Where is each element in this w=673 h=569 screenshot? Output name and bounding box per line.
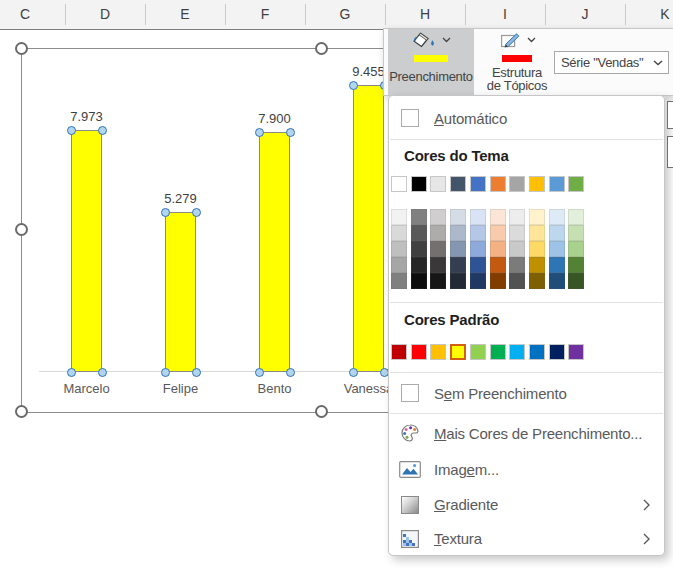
column-header-E[interactable]: E [145,0,225,28]
theme-color-swatch[interactable] [490,176,506,192]
bar-selection-handle[interactable] [67,126,76,135]
chart-frame-handle[interactable] [315,405,328,418]
theme-variant-swatch[interactable] [509,209,525,225]
theme-variant-swatch[interactable] [529,225,545,241]
theme-variant-swatch[interactable] [549,209,565,225]
theme-variant-swatch[interactable] [391,241,407,257]
theme-color-swatch[interactable] [450,176,466,192]
bar-selection-handle[interactable] [192,208,201,217]
menu-item-image[interactable]: Imagem... [389,451,664,487]
theme-variant-swatch[interactable] [509,273,525,289]
standard-color-swatch[interactable] [430,344,446,360]
menu-item-gradient[interactable]: Gradiente [389,487,664,522]
menu-item-more-colors[interactable]: Mais Cores de Preenchimento... [389,415,664,451]
theme-variant-swatch[interactable] [470,209,486,225]
theme-variant-swatch[interactable] [391,225,407,241]
theme-variant-swatch[interactable] [490,225,506,241]
column-header-D[interactable]: D [65,0,145,28]
bar-selection-handle[interactable] [98,126,107,135]
theme-variant-swatch[interactable] [529,209,545,225]
theme-variant-swatch[interactable] [568,257,584,273]
theme-variant-swatch[interactable] [450,209,466,225]
theme-color-swatch[interactable] [411,176,427,192]
bar-bento[interactable] [259,132,290,372]
theme-variant-swatch[interactable] [490,209,506,225]
bar-selection-handle[interactable] [98,368,107,377]
theme-variant-swatch[interactable] [568,241,584,257]
theme-variant-swatch[interactable] [430,241,446,257]
bar-selection-handle[interactable] [255,128,264,137]
menu-item-automatic[interactable]: Automático [389,99,664,138]
theme-variant-swatch[interactable] [430,225,446,241]
theme-variant-swatch[interactable] [509,241,525,257]
menu-item-no-fill[interactable]: Sem Preenchimento [389,374,664,412]
standard-color-swatch[interactable] [391,344,407,360]
theme-variant-swatch[interactable] [411,257,427,273]
theme-variant-swatch[interactable] [470,225,486,241]
standard-color-swatch[interactable] [549,344,565,360]
theme-variant-swatch[interactable] [411,273,427,289]
theme-color-swatch[interactable] [509,176,525,192]
theme-variant-swatch[interactable] [430,209,446,225]
outline-color-button[interactable]: Estrutura de Tópicos [480,29,554,95]
theme-variant-swatch[interactable] [529,257,545,273]
theme-variant-swatch[interactable] [450,273,466,289]
standard-color-swatch[interactable] [470,344,486,360]
theme-variant-swatch[interactable] [411,241,427,257]
column-header-I[interactable]: I [465,0,545,28]
standard-color-swatch[interactable] [411,344,427,360]
theme-variant-swatch[interactable] [450,241,466,257]
theme-variant-swatch[interactable] [391,209,407,225]
bar-selection-handle[interactable] [192,368,201,377]
theme-variant-swatch[interactable] [529,273,545,289]
standard-color-swatch[interactable] [450,344,466,360]
theme-variant-swatch[interactable] [470,273,486,289]
theme-variant-swatch[interactable] [470,241,486,257]
chart-frame-handle[interactable] [315,42,328,55]
chart-frame-handle[interactable] [15,223,28,236]
bar-selection-handle[interactable] [286,128,295,137]
chart-element-selector[interactable]: Série "Vendas" [554,51,669,74]
theme-variant-swatch[interactable] [509,225,525,241]
theme-variant-swatch[interactable] [430,273,446,289]
theme-variant-swatch[interactable] [450,257,466,273]
theme-variant-swatch[interactable] [509,257,525,273]
bar-selection-handle[interactable] [349,81,358,90]
theme-color-swatch[interactable] [470,176,486,192]
theme-color-swatch[interactable] [391,176,407,192]
theme-variant-swatch[interactable] [568,273,584,289]
bar-felipe[interactable] [165,212,196,372]
theme-variant-swatch[interactable] [568,225,584,241]
standard-color-swatch[interactable] [529,344,545,360]
theme-variant-swatch[interactable] [549,241,565,257]
theme-color-swatch[interactable] [568,176,584,192]
bar-selection-handle[interactable] [286,368,295,377]
theme-color-swatch[interactable] [430,176,446,192]
column-header-G[interactable]: G [305,0,385,28]
theme-variant-swatch[interactable] [391,273,407,289]
bar-selection-handle[interactable] [349,368,358,377]
chart-frame-handle[interactable] [15,42,28,55]
theme-variant-swatch[interactable] [391,257,407,273]
bar-vanessa[interactable] [353,85,384,372]
theme-variant-swatch[interactable] [490,241,506,257]
theme-color-swatch[interactable] [529,176,545,192]
standard-color-swatch[interactable] [490,344,506,360]
standard-color-swatch[interactable] [568,344,584,360]
column-header-J[interactable]: J [545,0,625,28]
fill-color-button[interactable]: Preenchimento [388,29,474,95]
standard-color-swatch[interactable] [509,344,525,360]
theme-variant-swatch[interactable] [411,209,427,225]
theme-variant-swatch[interactable] [411,225,427,241]
theme-variant-swatch[interactable] [549,273,565,289]
theme-variant-swatch[interactable] [490,257,506,273]
column-header-F[interactable]: F [225,0,305,28]
theme-variant-swatch[interactable] [430,257,446,273]
bar-marcelo[interactable] [71,130,102,372]
bar-selection-handle[interactable] [255,368,264,377]
chart-frame-handle[interactable] [15,405,28,418]
theme-color-swatch[interactable] [549,176,565,192]
theme-variant-swatch[interactable] [490,273,506,289]
bar-selection-handle[interactable] [161,368,170,377]
theme-variant-swatch[interactable] [450,225,466,241]
